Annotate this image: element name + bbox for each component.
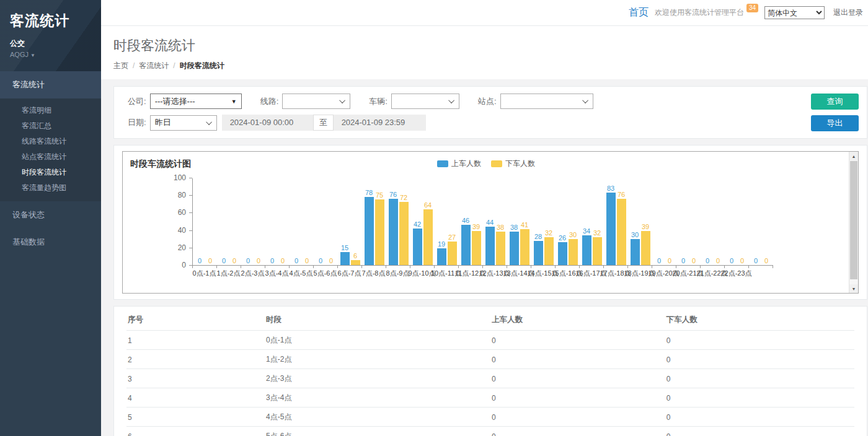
bar-column: 78: [365, 189, 374, 265]
page-title: 时段客流统计: [113, 37, 856, 55]
bar-group: 00: [265, 178, 290, 265]
table-cell: 0: [665, 388, 854, 408]
language-select[interactable]: 简体中文: [764, 6, 825, 19]
bar-value-label: 44: [486, 219, 494, 227]
scrollbar-thumb[interactable]: [850, 161, 857, 279]
bar-value-label: 83: [607, 185, 614, 193]
table-cell: 1: [126, 331, 265, 350]
bar-value-label: 41: [521, 221, 528, 229]
home-link[interactable]: 首页: [629, 6, 649, 19]
bar-value-label: 30: [569, 231, 577, 239]
chart-vertical-scrollbar[interactable]: ▲ ▼: [849, 152, 858, 293]
bar-value-label: 0: [740, 257, 744, 265]
bar: [606, 193, 616, 265]
sidebar-subitem[interactable]: 站点客流统计: [0, 149, 101, 165]
x-axis-label: 0点-1点: [192, 269, 216, 278]
bar-group: 7672: [386, 178, 410, 265]
x-axis-label: 8点-9点: [386, 269, 410, 278]
sidebar-item-passenger-stats[interactable]: 客流统计: [0, 71, 101, 98]
y-axis-tick-label: 0: [182, 261, 186, 269]
breadcrumb-item[interactable]: 主页: [113, 61, 128, 70]
bar-value-label: 46: [462, 217, 469, 225]
legend-item[interactable]: 下车人数: [491, 159, 535, 169]
table-cell: 0: [665, 331, 854, 350]
sidebar-subitem[interactable]: 线路客流统计: [0, 134, 101, 149]
bar-value-label: 39: [642, 223, 649, 231]
table-header-cell: 上车人数: [490, 309, 665, 331]
scroll-up-icon[interactable]: ▲: [849, 152, 858, 160]
bar-value-label: 38: [497, 224, 504, 232]
bar-column: 32: [593, 229, 602, 265]
bar: [593, 237, 602, 265]
bar-column: 34: [582, 227, 591, 265]
bar-value-label: 28: [534, 233, 542, 241]
bar-group: 00: [217, 178, 241, 265]
breadcrumb-separator: /: [173, 61, 175, 70]
bar-value-label: 0: [657, 257, 661, 265]
breadcrumb-item[interactable]: 客流统计: [139, 61, 169, 70]
line-select[interactable]: [282, 94, 350, 109]
y-axis-tick-label: 20: [178, 244, 186, 252]
bar-column: 76: [617, 191, 626, 265]
bar-column: 26: [558, 234, 567, 265]
query-button[interactable]: 查询: [811, 94, 859, 110]
user-dropdown[interactable]: AQGJ▼: [10, 51, 91, 58]
date-start-input[interactable]: 2024-01-09 00:00: [222, 115, 313, 131]
bar-column: 0: [278, 257, 288, 265]
y-axis-tick: [189, 248, 192, 248]
bar-column: 0: [254, 257, 264, 265]
company-select[interactable]: ---请选择--- ▼: [150, 94, 242, 109]
bar-group: 00: [749, 178, 773, 265]
scroll-down-icon[interactable]: ▼: [849, 284, 858, 293]
app-window: 客流统计 公交 AQGJ▼ 客流统计 客流明细客流汇总线路客流统计站点客流统计时…: [0, 0, 868, 436]
sidebar-item-base-data[interactable]: 基础数据: [0, 229, 101, 256]
bar-column: 72: [399, 194, 409, 265]
bar: [461, 225, 471, 265]
bar: [351, 260, 360, 265]
page-heading: 时段客流统计 主页/客流统计/时段客流统计: [101, 26, 868, 79]
content-area: 公司: ---请选择--- ▼ 线路: 车辆: 站点:: [101, 79, 868, 436]
vehicle-label: 车辆:: [369, 96, 388, 107]
table-header-cell: 下车人数: [665, 309, 854, 331]
y-axis-tick-label: 100: [174, 174, 186, 182]
logout-link[interactable]: 退出登录: [833, 7, 863, 18]
bar-group: 4264: [410, 178, 435, 265]
export-button[interactable]: 导出: [811, 115, 859, 131]
bar: [558, 242, 567, 265]
table-panel: 序号时段上车人数下车人数 10点-1点0021点-2点0032点-3点0043点…: [113, 306, 867, 436]
bar-column: 27: [448, 233, 457, 265]
table-row: 65点-6点00: [126, 427, 854, 436]
sidebar-subnav: 客流明细客流汇总线路客流统计站点客流统计时段客流统计客流量趋势图: [0, 98, 101, 201]
bar-value-label: 30: [631, 231, 639, 239]
org-label: 公交: [10, 38, 91, 49]
sidebar-subitem[interactable]: 时段客流统计: [0, 165, 101, 180]
bar-group: 7875: [362, 178, 386, 265]
legend-item[interactable]: 上车人数: [437, 159, 481, 169]
table-header-row: 序号时段上车人数下车人数: [126, 309, 854, 331]
bar-column: 0: [195, 257, 205, 265]
bar-column: 0: [689, 257, 699, 265]
bar-group: 00: [725, 178, 749, 265]
bar-group: 4639: [459, 178, 483, 265]
bar-column: 0: [714, 257, 723, 265]
bar-column: 0: [751, 257, 761, 265]
sidebar-subitem[interactable]: 客流汇总: [0, 118, 101, 134]
chart-x-ticks: [192, 266, 773, 268]
bar-value-label: 6: [353, 252, 357, 260]
date-end-input[interactable]: 2024-01-09 23:59: [334, 115, 426, 131]
sidebar-item-device-status[interactable]: 设备状态: [0, 201, 101, 229]
date-preset-select[interactable]: 昨日: [150, 115, 217, 131]
table-cell: 0: [490, 350, 665, 369]
chart-body: 020406080100 000000000000156787576724264…: [130, 178, 842, 266]
sidebar-subitem[interactable]: 客流量趋势图: [0, 180, 101, 196]
sidebar-subitem[interactable]: 客流明细: [0, 103, 101, 118]
bar-column: 0: [665, 257, 675, 265]
bar-value-label: 32: [545, 229, 552, 237]
bar-column: 39: [472, 223, 481, 265]
bar: [389, 199, 398, 265]
vehicle-select[interactable]: [391, 94, 459, 109]
station-select[interactable]: [500, 94, 593, 109]
top-navbar: 首页 欢迎使用客流统计管理平台 34 简体中文 退出登录: [101, 0, 868, 26]
bar-column: 0: [206, 257, 215, 265]
bar-group: 1927: [435, 178, 459, 265]
